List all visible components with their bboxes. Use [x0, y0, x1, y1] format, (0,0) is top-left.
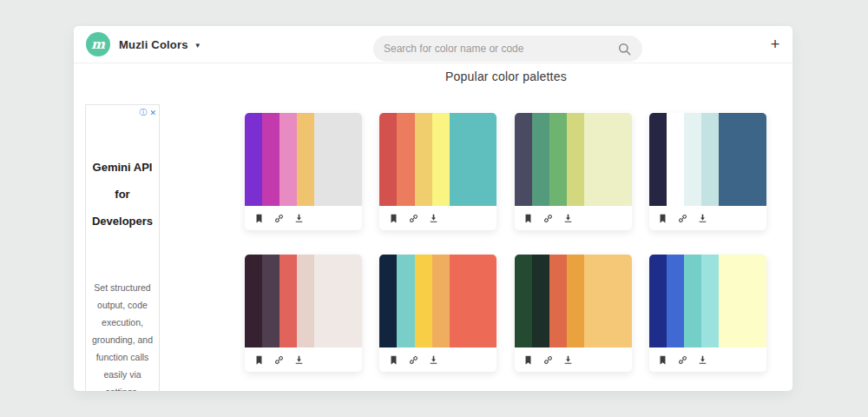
ad-controls: ⓘ ✕	[139, 107, 156, 118]
palette-stripe[interactable]	[584, 113, 632, 206]
ad-body-text: Set structured output, code execution, g…	[89, 279, 156, 391]
palette-stripe[interactable]	[379, 113, 397, 206]
palette-stripe[interactable]	[450, 113, 497, 206]
link-icon[interactable]	[677, 212, 689, 224]
palette-card[interactable]	[245, 113, 362, 230]
palette-card-footer	[245, 206, 362, 230]
ad-close-icon[interactable]: ✕	[149, 109, 156, 117]
palette-card-footer	[515, 348, 632, 372]
app-title-dropdown[interactable]: Muzli Colors ▼	[119, 38, 201, 51]
palette-stripes	[379, 255, 496, 348]
palette-stripe[interactable]	[279, 255, 297, 348]
download-icon[interactable]	[562, 212, 575, 224]
link-icon[interactable]	[542, 354, 555, 366]
palette-stripe[interactable]	[684, 113, 701, 206]
palette-stripe[interactable]	[314, 255, 362, 348]
bookmark-icon[interactable]	[523, 354, 535, 366]
link-icon[interactable]	[273, 212, 285, 224]
palette-stripe[interactable]	[532, 113, 549, 206]
palette-stripe[interactable]	[262, 113, 279, 206]
palette-stripe[interactable]	[584, 255, 632, 348]
palette-card[interactable]	[515, 255, 632, 372]
link-icon[interactable]	[273, 354, 285, 366]
palette-stripe[interactable]	[379, 255, 397, 348]
palette-stripe[interactable]	[245, 255, 262, 348]
palette-card[interactable]	[379, 255, 496, 372]
logo-letter: m	[91, 36, 105, 52]
bookmark-icon[interactable]	[657, 354, 669, 366]
bookmark-icon[interactable]	[253, 354, 265, 366]
palette-stripe[interactable]	[245, 113, 262, 206]
link-icon[interactable]	[407, 354, 419, 366]
palette-card[interactable]	[649, 255, 766, 372]
palette-stripe[interactable]	[701, 113, 719, 206]
palette-card[interactable]	[649, 113, 766, 230]
palette-stripe[interactable]	[567, 113, 584, 206]
palette-stripe[interactable]	[649, 255, 667, 348]
palette-card-footer	[379, 206, 496, 230]
bookmark-icon[interactable]	[387, 212, 399, 224]
download-icon[interactable]	[697, 212, 709, 224]
download-icon[interactable]	[293, 354, 305, 366]
bookmark-icon[interactable]	[253, 212, 265, 224]
link-icon[interactable]	[407, 212, 419, 224]
link-icon[interactable]	[677, 354, 689, 366]
palette-card-footer	[515, 206, 632, 230]
palette-stripe[interactable]	[297, 113, 314, 206]
page-background: { "header": { "logo_letter": "m", "logo_…	[0, 0, 868, 417]
download-icon[interactable]	[562, 354, 575, 366]
page-title: Popular color palettes	[245, 70, 767, 83]
palette-stripe[interactable]	[549, 113, 567, 206]
download-icon[interactable]	[427, 354, 439, 366]
download-icon[interactable]	[293, 212, 305, 224]
palette-card[interactable]	[515, 113, 632, 230]
palette-stripe[interactable]	[719, 255, 766, 348]
search-input[interactable]	[384, 43, 617, 55]
palette-stripes	[649, 255, 766, 348]
palette-stripe[interactable]	[415, 113, 432, 206]
download-icon[interactable]	[697, 354, 709, 366]
download-icon[interactable]	[427, 212, 439, 224]
palette-card[interactable]	[245, 255, 362, 372]
palette-stripes	[515, 113, 632, 206]
link-icon[interactable]	[542, 212, 555, 224]
bookmark-icon[interactable]	[523, 212, 535, 224]
palette-stripe[interactable]	[667, 255, 684, 348]
ad-title: Gemini API for Developers	[88, 154, 157, 235]
palette-stripe[interactable]	[432, 113, 450, 206]
palette-stripe[interactable]	[719, 113, 766, 206]
palette-stripe[interactable]	[279, 113, 297, 206]
top-bar: m Muzli Colors ▼ +	[74, 26, 792, 63]
ad-banner[interactable]: ⓘ ✕ Gemini API for Developers Set struct…	[85, 104, 160, 391]
search-icon[interactable]	[617, 42, 632, 56]
bookmark-icon[interactable]	[387, 354, 399, 366]
palette-grid	[245, 113, 767, 372]
palette-stripe[interactable]	[415, 255, 432, 348]
palette-card[interactable]	[379, 113, 496, 230]
palette-stripes	[245, 255, 362, 348]
palette-card-footer	[649, 348, 766, 372]
muzli-logo-icon[interactable]: m	[86, 32, 110, 56]
palette-stripe[interactable]	[667, 113, 684, 206]
palette-stripe[interactable]	[314, 113, 362, 206]
add-palette-button[interactable]: +	[766, 36, 785, 55]
bookmark-icon[interactable]	[657, 212, 669, 224]
palette-stripe[interactable]	[297, 255, 314, 348]
ad-info-icon[interactable]: ⓘ	[139, 107, 147, 118]
palette-stripes	[649, 113, 766, 206]
palette-stripe[interactable]	[450, 255, 497, 348]
header-divider	[74, 63, 792, 63]
palette-stripe[interactable]	[262, 255, 279, 348]
palette-stripe[interactable]	[515, 255, 532, 348]
palette-stripe[interactable]	[515, 113, 532, 206]
palette-card-footer	[245, 348, 362, 372]
palette-stripe[interactable]	[432, 255, 450, 348]
palette-stripe[interactable]	[549, 255, 567, 348]
palette-stripe[interactable]	[397, 255, 414, 348]
palette-stripe[interactable]	[701, 255, 719, 348]
palette-stripe[interactable]	[684, 255, 701, 348]
palette-stripe[interactable]	[397, 113, 414, 206]
palette-stripe[interactable]	[649, 113, 667, 206]
palette-stripe[interactable]	[567, 255, 584, 348]
palette-stripe[interactable]	[532, 255, 549, 348]
